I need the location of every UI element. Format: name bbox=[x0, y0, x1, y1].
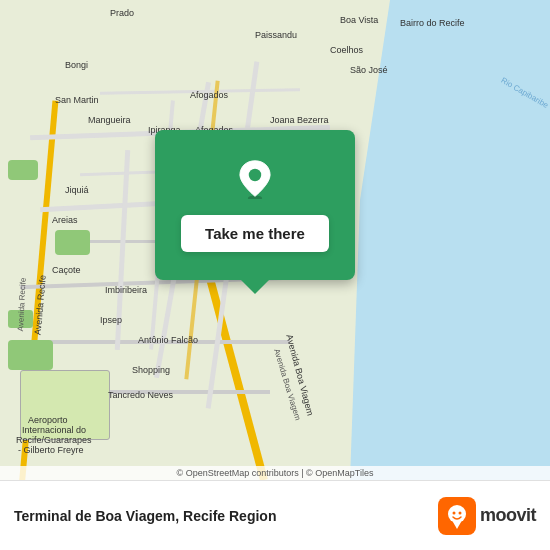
green-area-2 bbox=[55, 230, 90, 255]
moovit-logo: moovit bbox=[438, 497, 536, 535]
map-attribution: © OpenStreetMap contributors | © OpenMap… bbox=[0, 466, 550, 480]
green-area-1 bbox=[8, 340, 53, 370]
svg-marker-5 bbox=[453, 522, 461, 529]
svg-point-2 bbox=[448, 505, 466, 523]
map-container: Rio Capibaribe PradoBoa VistaBairro do R… bbox=[0, 0, 550, 480]
bottom-bar: Terminal de Boa Viagem, Recife Region mo… bbox=[0, 480, 550, 550]
green-area-3 bbox=[8, 160, 38, 180]
moovit-icon bbox=[438, 497, 476, 535]
location-info: Terminal de Boa Viagem, Recife Region bbox=[14, 508, 276, 524]
take-me-there-popup[interactable]: Take me there bbox=[155, 130, 355, 280]
location-title: Terminal de Boa Viagem, Recife Region bbox=[14, 508, 276, 524]
svg-point-3 bbox=[452, 511, 455, 514]
svg-point-4 bbox=[458, 511, 461, 514]
location-pin-icon bbox=[235, 159, 275, 199]
airport-area bbox=[20, 370, 110, 440]
take-me-there-button[interactable]: Take me there bbox=[181, 215, 329, 252]
moovit-text: moovit bbox=[480, 505, 536, 526]
svg-point-1 bbox=[249, 168, 261, 180]
water-area bbox=[350, 0, 550, 480]
